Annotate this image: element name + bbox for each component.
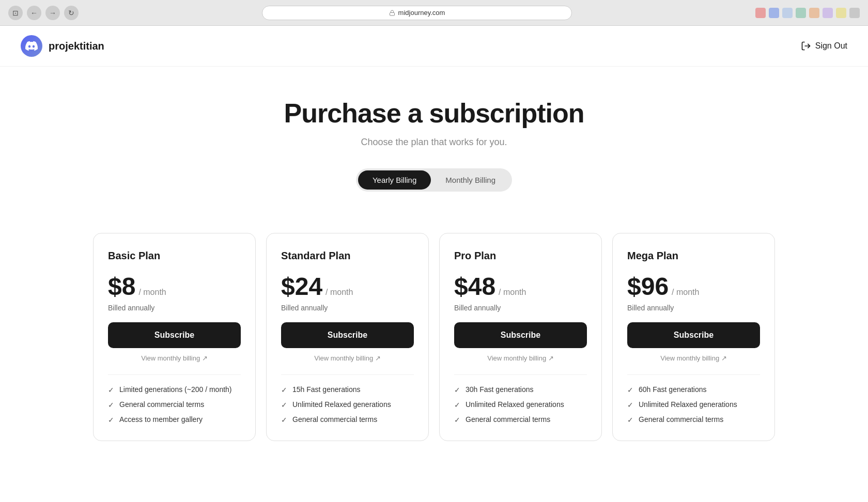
check-icon: ✓ xyxy=(281,401,287,409)
ext-icon-2 xyxy=(769,8,779,18)
view-monthly-link-basic[interactable]: View monthly billing ↗ xyxy=(108,354,241,362)
page-title: Purchase a subscription xyxy=(10,98,858,129)
feature-text: Limited generations (~200 / month) xyxy=(119,385,232,394)
plan-feature-item: ✓ Unlimited Relaxed generations xyxy=(627,400,760,409)
hero-section: Purchase a subscription Choose the plan … xyxy=(0,67,868,212)
view-monthly-link-mega[interactable]: View monthly billing ↗ xyxy=(627,354,760,362)
plan-per-month: / month xyxy=(138,288,166,297)
sign-out-icon xyxy=(801,41,811,51)
feature-text: Access to member gallery xyxy=(119,415,203,423)
plan-price: $8 xyxy=(108,272,135,301)
plan-features-list: ✓ 30h Fast generations ✓ Unlimited Relax… xyxy=(454,385,587,424)
plan-name: Mega Plan xyxy=(627,250,760,262)
view-monthly-link-standard[interactable]: View monthly billing ↗ xyxy=(281,354,414,362)
view-monthly-link-pro[interactable]: View monthly billing ↗ xyxy=(454,354,587,362)
ext-icon-1 xyxy=(755,8,766,18)
feature-text: General commercial terms xyxy=(466,415,550,423)
plan-billed-note: Billed annually xyxy=(108,304,241,312)
plan-billed-note: Billed annually xyxy=(627,304,760,312)
browser-extensions xyxy=(755,8,860,18)
plan-feature-item: ✓ General commercial terms xyxy=(627,415,760,424)
plans-section: Basic Plan $8 / month Billed annually Su… xyxy=(72,212,796,472)
address-bar: midjourney.com xyxy=(262,6,572,20)
yearly-billing-button[interactable]: Yearly Billing xyxy=(358,170,431,190)
plan-feature-item: ✓ Unlimited Relaxed generations xyxy=(454,400,587,409)
sign-out-button[interactable]: Sign Out xyxy=(801,41,847,51)
feature-text: General commercial terms xyxy=(119,400,204,409)
sidebar-toggle-button[interactable]: ⊡ xyxy=(8,6,23,20)
page-subtitle: Choose the plan that works for you. xyxy=(10,137,858,148)
plan-feature-item: ✓ 15h Fast generations xyxy=(281,385,414,394)
plan-billed-note: Billed annually xyxy=(454,304,587,312)
check-icon: ✓ xyxy=(108,401,114,409)
subscribe-button-pro[interactable]: Subscribe xyxy=(454,322,587,348)
feature-text: Unlimited Relaxed generations xyxy=(466,400,564,409)
ext-icon-6 xyxy=(823,8,833,18)
subscribe-button-basic[interactable]: Subscribe xyxy=(108,322,241,348)
plan-billed-note: Billed annually xyxy=(281,304,414,312)
plan-price: $96 xyxy=(627,272,669,301)
plan-per-month: / month xyxy=(326,288,353,297)
plan-divider xyxy=(108,374,241,375)
check-icon: ✓ xyxy=(281,386,287,394)
check-icon: ✓ xyxy=(454,386,460,394)
plan-features-list: ✓ 15h Fast generations ✓ Unlimited Relax… xyxy=(281,385,414,424)
refresh-button[interactable]: ↻ xyxy=(64,6,79,20)
plan-price: $48 xyxy=(454,272,495,301)
url-text: midjourney.com xyxy=(398,9,445,17)
plan-name: Standard Plan xyxy=(281,250,414,262)
ext-icon-7 xyxy=(836,8,846,18)
browser-chrome: ⊡ ← → ↻ midjourney.com xyxy=(0,0,868,26)
plan-card-pro: Pro Plan $48 / month Billed annually Sub… xyxy=(439,233,602,441)
plan-price-row: $48 / month xyxy=(454,272,587,301)
plan-features-list: ✓ Limited generations (~200 / month) ✓ G… xyxy=(108,385,241,424)
plan-card-mega: Mega Plan $96 / month Billed annually Su… xyxy=(612,233,775,441)
plan-feature-item: ✓ General commercial terms xyxy=(108,400,241,409)
subscribe-button-mega[interactable]: Subscribe xyxy=(627,322,760,348)
plan-price: $24 xyxy=(281,272,322,301)
logo-area: projektitian xyxy=(21,35,104,57)
plan-feature-item: ✓ General commercial terms xyxy=(281,415,414,424)
feature-text: Unlimited Relaxed generations xyxy=(639,400,737,409)
check-icon: ✓ xyxy=(627,416,633,424)
check-icon: ✓ xyxy=(627,401,633,409)
plan-card-standard: Standard Plan $24 / month Billed annuall… xyxy=(266,233,429,441)
discord-icon xyxy=(25,40,38,52)
plan-name: Pro Plan xyxy=(454,250,587,262)
check-icon: ✓ xyxy=(281,416,287,424)
back-button[interactable]: ← xyxy=(27,6,41,20)
check-icon: ✓ xyxy=(108,416,114,424)
billing-toggle: Yearly Billing Monthly Billing xyxy=(356,168,512,192)
ext-icon-3 xyxy=(782,8,793,18)
check-icon: ✓ xyxy=(454,416,460,424)
check-icon: ✓ xyxy=(108,386,114,394)
plan-feature-item: ✓ Unlimited Relaxed generations xyxy=(281,400,414,409)
plan-per-month: / month xyxy=(672,288,699,297)
monthly-billing-button[interactable]: Monthly Billing xyxy=(431,170,510,190)
plan-price-row: $24 / month xyxy=(281,272,414,301)
page: projektitian Sign Out Purchase a subscri… xyxy=(0,26,868,502)
ext-icon-8 xyxy=(849,8,860,18)
check-icon: ✓ xyxy=(454,401,460,409)
plan-feature-item: ✓ Access to member gallery xyxy=(108,415,241,424)
feature-text: General commercial terms xyxy=(292,415,377,423)
plan-divider xyxy=(454,374,587,375)
plan-feature-item: ✓ General commercial terms xyxy=(454,415,587,424)
subscribe-button-standard[interactable]: Subscribe xyxy=(281,322,414,348)
forward-button[interactable]: → xyxy=(45,6,60,20)
plan-feature-item: ✓ 60h Fast generations xyxy=(627,385,760,394)
plan-per-month: / month xyxy=(499,288,526,297)
check-icon: ✓ xyxy=(627,386,633,394)
ext-icon-5 xyxy=(809,8,819,18)
app-logo-icon xyxy=(21,35,42,57)
feature-text: 30h Fast generations xyxy=(466,385,534,394)
feature-text: 15h Fast generations xyxy=(292,385,361,394)
sign-out-label: Sign Out xyxy=(815,41,847,51)
plan-divider xyxy=(281,374,414,375)
browser-controls: ⊡ ← → ↻ xyxy=(8,6,79,20)
navbar: projektitian Sign Out xyxy=(0,26,868,67)
plan-name: Basic Plan xyxy=(108,250,241,262)
ext-icon-4 xyxy=(796,8,806,18)
plan-divider xyxy=(627,374,760,375)
plan-feature-item: ✓ Limited generations (~200 / month) xyxy=(108,385,241,394)
